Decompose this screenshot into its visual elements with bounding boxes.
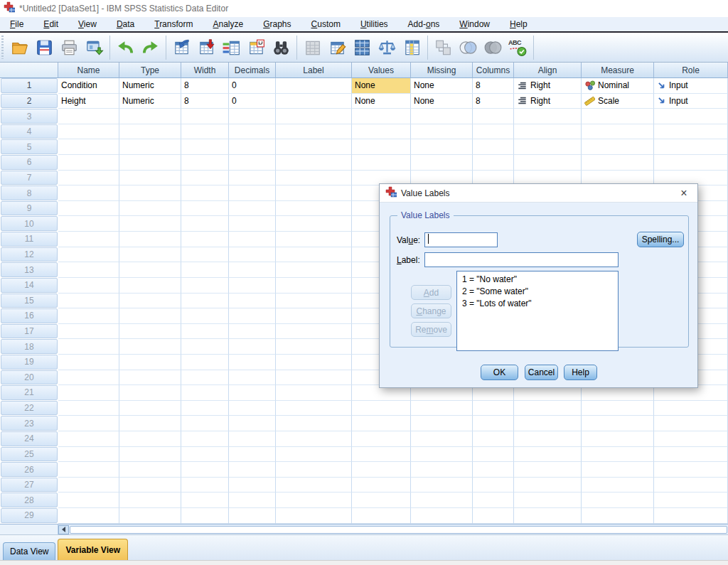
cell-width-row11[interactable] [181, 232, 229, 247]
column-header-name[interactable]: Name [58, 63, 119, 78]
cell-width-row9[interactable] [181, 201, 229, 217]
cell-values-row27[interactable] [352, 478, 411, 493]
cell-type-row1[interactable]: Numeric [119, 78, 181, 94]
cell-align-row27[interactable] [514, 478, 582, 493]
cell-missing-row26[interactable] [411, 462, 473, 478]
row-number-15[interactable]: 15 [1, 294, 58, 308]
menu-help[interactable]: Help [503, 18, 535, 31]
row-number-14[interactable]: 14 [1, 278, 58, 293]
cell-width-row2[interactable]: 8 [181, 94, 229, 109]
column-header-role[interactable]: Role [654, 63, 728, 78]
cell-decimals-row14[interactable] [229, 278, 276, 294]
cell-decimals-row28[interactable] [229, 493, 276, 508]
cell-width-row24[interactable] [181, 431, 229, 447]
cell-type-row18[interactable] [119, 339, 181, 355]
cell-columns-row4[interactable] [473, 124, 514, 140]
find-button[interactable] [269, 36, 294, 60]
cell-missing-row29[interactable] [411, 508, 473, 524]
row-number-7[interactable]: 7 [1, 171, 58, 185]
variables-button[interactable] [219, 36, 244, 60]
cell-decimals-row12[interactable] [229, 247, 276, 263]
cell-name-row6[interactable] [58, 155, 119, 171]
cell-align-row29[interactable] [514, 508, 582, 524]
cell-label-row29[interactable] [276, 508, 352, 524]
cell-label-row22[interactable] [276, 401, 352, 416]
cell-width-row16[interactable] [181, 308, 229, 324]
undo-button[interactable] [113, 36, 138, 60]
cell-label-row23[interactable] [276, 416, 352, 431]
cell-width-row29[interactable] [181, 508, 229, 524]
cell-name-row11[interactable] [58, 232, 119, 247]
select-cases-button[interactable] [400, 36, 424, 60]
cell-label-row17[interactable] [276, 324, 352, 340]
cell-name-row28[interactable] [58, 493, 119, 508]
cell-name-row13[interactable] [58, 262, 119, 278]
cell-type-row21[interactable] [119, 385, 181, 401]
cell-type-row22[interactable] [119, 401, 181, 416]
cell-role-row3[interactable] [654, 109, 728, 124]
cell-columns-row1[interactable]: 8 [473, 78, 514, 94]
column-header-values[interactable]: Values [352, 63, 411, 78]
cell-type-row4[interactable] [119, 124, 181, 140]
cell-decimals-row8[interactable] [229, 185, 276, 201]
row-number-25[interactable]: 25 [1, 447, 58, 462]
value-input[interactable] [424, 232, 498, 247]
cell-values-row26[interactable] [352, 462, 411, 478]
cell-label-row2[interactable] [276, 94, 352, 109]
cell-role-row26[interactable] [654, 462, 728, 478]
row-number-2[interactable]: 2 [1, 94, 58, 109]
cell-name-row8[interactable] [58, 185, 119, 201]
cell-label-row10[interactable] [276, 216, 352, 232]
redo-button[interactable] [138, 36, 163, 60]
spell-check-button[interactable]: ABC [505, 36, 530, 60]
cell-measure-row29[interactable] [582, 508, 654, 524]
cell-values-row29[interactable] [352, 508, 411, 524]
cell-role-row1[interactable]: Input [654, 78, 728, 94]
cell-label-row24[interactable] [276, 431, 352, 447]
print-button[interactable] [57, 36, 82, 60]
cell-type-row2[interactable]: Numeric [119, 94, 181, 109]
cell-align-row23[interactable] [514, 416, 582, 431]
dialog-close-icon[interactable]: × [676, 185, 692, 201]
cell-label-row1[interactable] [276, 78, 352, 94]
cell-decimals-row20[interactable] [229, 370, 276, 386]
cell-decimals-row3[interactable] [229, 109, 276, 124]
cell-decimals-row4[interactable] [229, 124, 276, 140]
cell-label-row13[interactable] [276, 262, 352, 278]
goto-case-button[interactable] [169, 36, 194, 60]
row-number-13[interactable]: 13 [1, 262, 58, 277]
cell-measure-row26[interactable] [582, 462, 654, 478]
column-header-measure[interactable]: Measure [582, 63, 654, 78]
cell-label-row4[interactable] [276, 124, 352, 140]
cell-name-row7[interactable] [58, 171, 119, 186]
row-number-10[interactable]: 10 [1, 216, 58, 231]
cell-name-row12[interactable] [58, 247, 119, 263]
cell-label-row16[interactable] [276, 308, 352, 324]
cell-type-row16[interactable] [119, 308, 181, 324]
cell-align-row3[interactable] [514, 109, 582, 124]
cell-width-row5[interactable] [181, 139, 229, 155]
row-number-9[interactable]: 9 [1, 201, 58, 216]
cell-label-row15[interactable] [276, 294, 352, 309]
row-number-5[interactable]: 5 [1, 139, 58, 154]
label-input[interactable] [424, 252, 619, 267]
cell-columns-row6[interactable] [473, 155, 514, 171]
cell-type-row11[interactable] [119, 232, 181, 247]
cell-name-row2[interactable]: Height [58, 94, 119, 109]
column-header-decimals[interactable]: Decimals [229, 63, 276, 78]
cell-decimals-row16[interactable] [229, 308, 276, 324]
value-label-item[interactable]: 1 = "No water" [462, 274, 613, 286]
cell-label-row26[interactable] [276, 462, 352, 478]
tab-variable-view[interactable]: Variable View [58, 539, 128, 560]
cell-measure-row6[interactable] [582, 155, 654, 171]
cell-name-row29[interactable] [58, 508, 119, 524]
cell-width-row21[interactable] [181, 385, 229, 401]
cell-name-row27[interactable] [58, 478, 119, 493]
cell-type-row29[interactable] [119, 508, 181, 524]
insert-variable-button[interactable] [325, 36, 350, 60]
cell-measure-row23[interactable] [582, 416, 654, 431]
cell-measure-row2[interactable]: Scale [582, 94, 654, 109]
cell-name-row17[interactable] [58, 324, 119, 340]
cell-type-row26[interactable] [119, 462, 181, 478]
grid-corner-cell[interactable] [0, 63, 58, 78]
